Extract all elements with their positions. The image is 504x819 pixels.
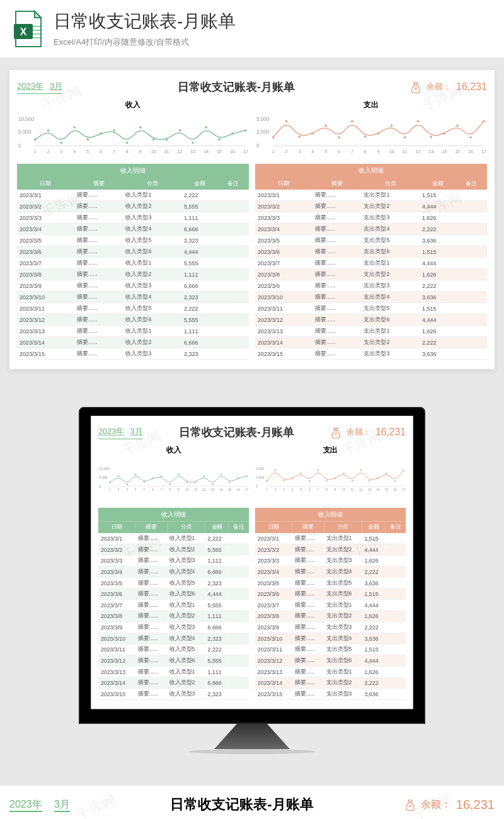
cell: 2,323 <box>205 689 229 700</box>
moneybag-icon: ¥ <box>331 427 342 439</box>
svg-point-24 <box>244 129 247 132</box>
cell: 摘要...... <box>74 224 123 235</box>
col-header: 金额 <box>181 178 218 190</box>
cell <box>386 566 406 578</box>
svg-text:1: 1 <box>109 488 111 491</box>
cell: 摘要...... <box>292 622 324 633</box>
preview-area: 千库网 千库网 千库网 千库网 2023年 3月 日常收支记账表-月账单 ¥ 余… <box>0 57 504 786</box>
cell <box>386 689 406 700</box>
cell: 1,626 <box>362 666 386 677</box>
cell: 摘要...... <box>292 544 324 555</box>
cell: 摘要...... <box>74 280 123 292</box>
svg-text:4: 4 <box>135 488 137 491</box>
svg-point-10 <box>60 142 63 144</box>
cell: 摘要...... <box>74 303 123 314</box>
cell: 2023/3/6 <box>17 246 74 258</box>
svg-point-96 <box>203 476 205 477</box>
cell: 2023/3/8 <box>17 269 74 280</box>
cell: 5,555 <box>205 655 229 667</box>
cell <box>456 201 487 212</box>
cell: 收入类型6 <box>167 655 205 667</box>
expense-chart-title: 支出 <box>255 445 406 455</box>
cell: 2023/3/12 <box>255 655 292 667</box>
cell <box>386 544 406 555</box>
svg-point-101 <box>246 476 248 477</box>
cell: 2023/3/10 <box>255 292 312 303</box>
cell: 支出类型3 <box>361 280 420 292</box>
cell: 支出类型3 <box>361 348 420 360</box>
svg-point-93 <box>178 474 179 475</box>
cell: 摘要...... <box>312 326 362 337</box>
cell: 收入类型5 <box>123 235 181 246</box>
cell: 2023/3/11 <box>98 644 135 655</box>
cell: 收入类型4 <box>123 292 181 303</box>
cell <box>229 677 249 689</box>
svg-text:15: 15 <box>228 488 232 491</box>
expense-table-title: 收入明细 <box>255 508 406 522</box>
cell: 摘要...... <box>135 544 167 555</box>
svg-text:¥: ¥ <box>408 803 412 809</box>
cell: 1,515 <box>362 588 386 600</box>
monitor-base <box>189 749 315 754</box>
svg-text:16: 16 <box>237 488 241 491</box>
date-info: 2023年 3月 <box>98 426 143 439</box>
cell: 摘要...... <box>312 224 362 235</box>
svg-point-94 <box>186 481 188 483</box>
col-header: 备注 <box>456 178 487 190</box>
svg-text:8: 8 <box>126 149 129 154</box>
cell: 5,555 <box>205 600 229 611</box>
col-header: 金额 <box>362 522 386 534</box>
cell: 2023/3/2 <box>255 544 292 555</box>
cell: 支出类型6 <box>361 246 420 258</box>
cell <box>229 666 249 677</box>
table-row: 2023/3/15摘要......支出类型33,636 <box>255 348 487 360</box>
col-header: 分类 <box>123 178 181 190</box>
balance-value: 16,231 <box>456 81 487 93</box>
cell: 2023/3/12 <box>255 314 312 326</box>
svg-point-98 <box>220 474 222 475</box>
svg-text:5: 5 <box>144 488 146 491</box>
balance-label: 余额： <box>346 427 370 438</box>
svg-text:17: 17 <box>243 149 248 154</box>
cell: 收入类型2 <box>167 610 205 622</box>
svg-text:2: 2 <box>118 488 120 491</box>
cell: 2023/3/13 <box>98 666 135 677</box>
cell: 摘要...... <box>135 566 167 578</box>
cell: 摘要...... <box>135 666 167 677</box>
banner-subtitle: Excel/A4打印/内容随意修改/自带格式 <box>54 37 236 48</box>
sheet-title: 日常收支记账表-月账单 <box>178 79 295 94</box>
top-banner: X 日常收支记账表-月账单 Excel/A4打印/内容随意修改/自带格式 <box>0 0 504 57</box>
svg-text:13: 13 <box>190 149 195 154</box>
cell: 摘要...... <box>292 610 324 622</box>
cell: 支出类型2 <box>324 610 362 622</box>
cell: 摘要...... <box>74 326 123 337</box>
cell: 5,555 <box>181 314 218 326</box>
cell: 收入类型2 <box>167 677 205 689</box>
cell: 2023/3/1 <box>255 190 312 201</box>
cell: 2023/3/5 <box>98 577 135 588</box>
table-row: 2023/3/11摘要......支出类型51,515 <box>255 644 406 655</box>
svg-text:14: 14 <box>442 149 447 154</box>
cell: 4,444 <box>362 600 386 611</box>
cell: 3,636 <box>362 633 386 644</box>
svg-text:8: 8 <box>364 149 367 154</box>
expense-chart: 支出 12345678910111213141516175,000 2,500 … <box>255 445 406 503</box>
cell: 摘要...... <box>292 566 324 578</box>
table-row: 2023/3/7摘要......收入类型15,555 <box>17 258 249 269</box>
cell <box>218 280 249 292</box>
cell <box>229 622 249 633</box>
svg-point-52 <box>351 120 353 122</box>
svg-text:1: 1 <box>266 488 268 491</box>
cell: 摘要...... <box>292 555 324 566</box>
col-header: 分类 <box>361 178 420 190</box>
table-row: 2023/3/4摘要......支出类型42,222 <box>255 224 487 235</box>
cell <box>218 201 249 212</box>
svg-text:12: 12 <box>415 149 420 154</box>
cell <box>386 555 406 566</box>
cell: 2023/3/4 <box>255 224 312 235</box>
svg-text:15: 15 <box>455 149 460 154</box>
cell: 2,222 <box>362 566 386 578</box>
cell: 收入类型6 <box>167 588 205 600</box>
cell: 摘要...... <box>292 689 324 700</box>
table-row: 2023/3/1摘要......收入类型12,222 <box>98 533 249 544</box>
